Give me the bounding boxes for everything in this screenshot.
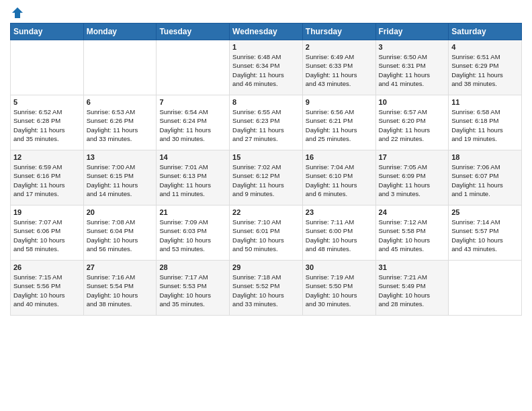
day-number: 26 [13,263,81,271]
day-info: Sunrise: 6:54 AM Sunset: 6:24 PM Dayligh… [159,107,226,143]
calendar-cell: 24Sunrise: 7:12 AM Sunset: 5:58 PM Dayli… [375,205,449,261]
day-number: 24 [379,208,446,216]
day-number: 16 [306,153,373,161]
day-number: 7 [159,98,226,106]
day-info: Sunrise: 6:57 AM Sunset: 6:20 PM Dayligh… [379,107,446,143]
calendar-cell [11,40,84,95]
day-info: Sunrise: 6:51 AM Sunset: 6:29 PM Dayligh… [451,52,519,88]
day-info: Sunrise: 7:07 AM Sunset: 6:06 PM Dayligh… [13,218,81,253]
calendar-cell [83,40,157,95]
day-number: 5 [13,98,81,106]
day-number: 25 [451,208,519,216]
calendar-cell: 29Sunrise: 7:18 AM Sunset: 5:52 PM Dayli… [230,261,303,316]
day-number: 3 [379,43,446,51]
logo-icon [11,7,24,19]
day-info: Sunrise: 7:04 AM Sunset: 6:10 PM Dayligh… [306,163,373,198]
day-number: 13 [87,153,154,161]
calendar-table: SundayMondayTuesdayWednesdayThursdayFrid… [10,23,522,316]
day-number: 27 [87,263,154,271]
calendar-cell: 27Sunrise: 7:16 AM Sunset: 5:54 PM Dayli… [83,261,157,316]
calendar-cell: 14Sunrise: 7:01 AM Sunset: 6:13 PM Dayli… [157,150,230,205]
day-info: Sunrise: 7:00 AM Sunset: 6:15 PM Dayligh… [87,163,154,198]
day-number: 23 [306,208,373,216]
day-info: Sunrise: 6:58 AM Sunset: 6:18 PM Dayligh… [451,107,519,143]
calendar-cell: 25Sunrise: 7:14 AM Sunset: 5:57 PM Dayli… [449,205,522,261]
calendar-cell: 10Sunrise: 6:57 AM Sunset: 6:20 PM Dayli… [375,95,449,150]
day-number: 21 [159,208,226,216]
day-info: Sunrise: 7:18 AM Sunset: 5:52 PM Dayligh… [232,273,300,308]
day-number: 29 [232,263,300,271]
day-number: 20 [87,208,154,216]
day-info: Sunrise: 7:17 AM Sunset: 5:53 PM Dayligh… [159,273,226,308]
day-info: Sunrise: 7:15 AM Sunset: 5:56 PM Dayligh… [13,273,81,308]
calendar-cell [157,40,230,95]
calendar-cell: 23Sunrise: 7:11 AM Sunset: 6:00 PM Dayli… [302,205,375,261]
calendar-cell: 28Sunrise: 7:17 AM Sunset: 5:53 PM Dayli… [157,261,230,316]
calendar-cell: 5Sunrise: 6:52 AM Sunset: 6:28 PM Daylig… [11,95,84,150]
day-number: 30 [306,263,373,271]
calendar-week-row: 5Sunrise: 6:52 AM Sunset: 6:28 PM Daylig… [11,95,522,150]
weekday-header-row: SundayMondayTuesdayWednesdayThursdayFrid… [11,24,522,40]
day-info: Sunrise: 6:50 AM Sunset: 6:31 PM Dayligh… [379,52,446,88]
day-number: 2 [306,43,373,51]
weekday-header: Friday [375,24,449,40]
day-info: Sunrise: 7:10 AM Sunset: 6:01 PM Dayligh… [232,218,300,253]
day-info: Sunrise: 7:12 AM Sunset: 5:58 PM Dayligh… [379,218,446,253]
calendar-week-row: 26Sunrise: 7:15 AM Sunset: 5:56 PM Dayli… [11,261,522,316]
calendar-cell: 31Sunrise: 7:21 AM Sunset: 5:49 PM Dayli… [375,261,449,316]
calendar-cell: 15Sunrise: 7:02 AM Sunset: 6:12 PM Dayli… [230,150,303,205]
day-info: Sunrise: 7:08 AM Sunset: 6:04 PM Dayligh… [87,218,154,253]
calendar-week-row: 12Sunrise: 6:59 AM Sunset: 6:16 PM Dayli… [11,150,522,205]
day-number: 1 [232,43,300,51]
day-number: 11 [451,98,519,106]
day-info: Sunrise: 7:09 AM Sunset: 6:03 PM Dayligh… [159,218,226,253]
day-info: Sunrise: 7:16 AM Sunset: 5:54 PM Dayligh… [87,273,154,308]
day-info: Sunrise: 7:14 AM Sunset: 5:57 PM Dayligh… [451,218,519,253]
calendar-cell: 8Sunrise: 6:55 AM Sunset: 6:23 PM Daylig… [230,95,303,150]
calendar-cell: 2Sunrise: 6:49 AM Sunset: 6:33 PM Daylig… [302,40,375,95]
day-number: 22 [232,208,300,216]
calendar-cell: 16Sunrise: 7:04 AM Sunset: 6:10 PM Dayli… [302,150,375,205]
calendar-cell: 19Sunrise: 7:07 AM Sunset: 6:06 PM Dayli… [11,205,84,261]
day-info: Sunrise: 6:55 AM Sunset: 6:23 PM Dayligh… [232,107,300,143]
day-number: 14 [159,153,226,161]
day-number: 10 [379,98,446,106]
day-info: Sunrise: 6:53 AM Sunset: 6:26 PM Dayligh… [87,107,154,143]
day-number: 9 [306,98,373,106]
calendar-cell: 11Sunrise: 6:58 AM Sunset: 6:18 PM Dayli… [449,95,522,150]
page-container: SundayMondayTuesdayWednesdayThursdayFrid… [0,0,532,322]
day-number: 4 [451,43,519,51]
calendar-cell: 21Sunrise: 7:09 AM Sunset: 6:03 PM Dayli… [157,205,230,261]
calendar-week-row: 1Sunrise: 6:48 AM Sunset: 6:34 PM Daylig… [11,40,522,95]
calendar-cell: 20Sunrise: 7:08 AM Sunset: 6:04 PM Dayli… [83,205,157,261]
day-number: 17 [379,153,446,161]
day-info: Sunrise: 6:59 AM Sunset: 6:16 PM Dayligh… [13,163,81,198]
day-number: 28 [159,263,226,271]
day-info: Sunrise: 6:52 AM Sunset: 6:28 PM Dayligh… [13,107,81,143]
logo [10,7,24,19]
calendar-cell: 1Sunrise: 6:48 AM Sunset: 6:34 PM Daylig… [230,40,303,95]
weekday-header: Saturday [449,24,522,40]
weekday-header: Wednesday [230,24,303,40]
weekday-header: Monday [83,24,157,40]
weekday-header: Sunday [11,24,84,40]
day-info: Sunrise: 7:19 AM Sunset: 5:50 PM Dayligh… [306,273,373,308]
calendar-cell: 30Sunrise: 7:19 AM Sunset: 5:50 PM Dayli… [302,261,375,316]
day-number: 31 [379,263,446,271]
day-number: 12 [13,153,81,161]
day-info: Sunrise: 7:01 AM Sunset: 6:13 PM Dayligh… [159,163,226,198]
calendar-cell: 26Sunrise: 7:15 AM Sunset: 5:56 PM Dayli… [11,261,84,316]
day-info: Sunrise: 7:11 AM Sunset: 6:00 PM Dayligh… [306,218,373,253]
day-info: Sunrise: 7:02 AM Sunset: 6:12 PM Dayligh… [232,163,300,198]
weekday-header: Tuesday [157,24,230,40]
day-number: 15 [232,153,300,161]
calendar-cell: 13Sunrise: 7:00 AM Sunset: 6:15 PM Dayli… [83,150,157,205]
calendar-cell: 6Sunrise: 6:53 AM Sunset: 6:26 PM Daylig… [83,95,157,150]
svg-marker-0 [12,7,23,18]
calendar-cell: 3Sunrise: 6:50 AM Sunset: 6:31 PM Daylig… [375,40,449,95]
day-info: Sunrise: 7:06 AM Sunset: 6:07 PM Dayligh… [451,163,519,198]
calendar-cell: 22Sunrise: 7:10 AM Sunset: 6:01 PM Dayli… [230,205,303,261]
calendar-cell: 18Sunrise: 7:06 AM Sunset: 6:07 PM Dayli… [449,150,522,205]
calendar-cell: 12Sunrise: 6:59 AM Sunset: 6:16 PM Dayli… [11,150,84,205]
day-number: 8 [232,98,300,106]
